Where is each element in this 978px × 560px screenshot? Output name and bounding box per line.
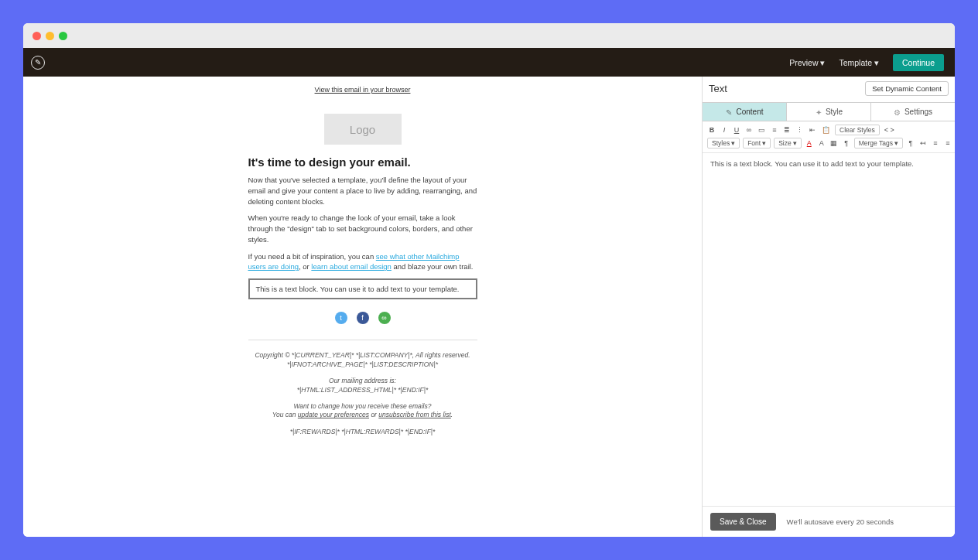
- social-row: t f ∞: [248, 312, 477, 324]
- unsubscribe-link[interactable]: unsubscribe from this list: [378, 411, 451, 418]
- font-dropdown[interactable]: Font ▾: [743, 138, 771, 149]
- link-button[interactable]: ∞: [744, 125, 754, 135]
- paste-button[interactable]: 📋: [820, 125, 832, 135]
- email-card: Logo It's time to design your email. Now…: [131, 101, 595, 467]
- italic-button[interactable]: I: [720, 125, 729, 135]
- footer-divider: [248, 340, 477, 340]
- tab-settings[interactable]: ⚙ Settings: [871, 103, 955, 121]
- background-color-button[interactable]: A: [817, 138, 826, 149]
- preview-label: Preview: [789, 58, 818, 67]
- align-left-button[interactable]: ≡: [931, 138, 940, 149]
- ordered-list-button[interactable]: ≣: [782, 125, 792, 135]
- email-headline[interactable]: It's time to design your email.: [248, 155, 477, 169]
- footer-rewards: *|IF:REWARDS|* *|HTML:REWARDS|* *|END:IF…: [290, 428, 436, 435]
- save-close-button[interactable]: Save & Close: [710, 513, 776, 531]
- footer-or: or: [369, 411, 378, 418]
- tab-style-label: Style: [826, 108, 843, 116]
- twitter-icon[interactable]: t: [335, 312, 347, 324]
- bold-button[interactable]: B: [707, 125, 716, 135]
- text-direction-button[interactable]: ¶: [842, 138, 851, 149]
- email-paragraph-2[interactable]: When you're ready to change the look of …: [248, 213, 477, 244]
- footer-addr-value: *|HTML:LIST_ADDRESS_HTML|* *|END:IF|*: [297, 386, 428, 394]
- minimize-window-icon[interactable]: [46, 32, 54, 40]
- tab-content-label: Content: [736, 108, 763, 116]
- link-icon[interactable]: ∞: [378, 312, 391, 324]
- pilcrow-button[interactable]: ¶: [906, 138, 915, 149]
- font-label: Font: [747, 139, 761, 147]
- mailchimp-logo-icon[interactable]: ✎: [31, 56, 45, 70]
- indent-button[interactable]: ⇤: [808, 125, 817, 135]
- footer-addr-label: Our mailing address is:: [329, 377, 396, 384]
- chevron-down-icon: ▾: [874, 58, 879, 67]
- merge-tags-dropdown[interactable]: Merge Tags ▾: [854, 138, 903, 149]
- browser-window: ✎ Preview ▾ Template ▾ Continue View thi…: [23, 23, 955, 537]
- outdent-button[interactable]: ↤: [918, 138, 928, 149]
- footer-archive: *|IFNOT:ARCHIVE_PAGE|* *|LIST:DESCRIPTIO…: [287, 360, 438, 368]
- tab-settings-label: Settings: [904, 108, 932, 116]
- email-footer[interactable]: Copyright © *|CURRENT_YEAR|* *|LIST:COMP…: [248, 351, 477, 436]
- window-titlebar: [23, 23, 955, 48]
- size-label: Size: [778, 139, 792, 147]
- footer-can: You can: [272, 411, 298, 418]
- size-dropdown[interactable]: Size ▾: [774, 138, 802, 149]
- tab-style[interactable]: ✦ Style: [787, 103, 871, 121]
- styles-label: Styles: [712, 139, 730, 147]
- tab-content[interactable]: ✎ Content: [703, 103, 787, 121]
- maximize-window-icon[interactable]: [59, 32, 67, 40]
- p3-text: , or: [299, 262, 311, 271]
- email-canvas[interactable]: View this email in your browser Logo It'…: [23, 77, 703, 537]
- styles-dropdown[interactable]: Styles ▾: [707, 138, 740, 149]
- view-in-browser-link[interactable]: View this email in your browser: [131, 86, 595, 94]
- footer-copyright: Copyright © *|CURRENT_YEAR|* *|LIST:COMP…: [255, 351, 470, 359]
- workspace: View this email in your browser Logo It'…: [23, 77, 955, 537]
- footer-period: .: [451, 411, 453, 418]
- paintbrush-icon: ✦: [815, 108, 822, 116]
- set-dynamic-content-button[interactable]: Set Dynamic Content: [865, 81, 949, 96]
- panel-title: Text: [709, 83, 727, 94]
- preview-menu[interactable]: Preview ▾: [789, 58, 825, 67]
- rich-text-toolbar: B I U ∞ ▭ ≡ ≣ ⋮ ⇤ 📋 Clear Styles < > Sty…: [703, 121, 955, 153]
- template-menu[interactable]: Template ▾: [839, 58, 879, 67]
- email-paragraph-1[interactable]: Now that you've selected a template, you…: [248, 175, 477, 207]
- underline-button[interactable]: U: [732, 125, 741, 135]
- pencil-icon: ✎: [725, 108, 733, 116]
- facebook-icon[interactable]: f: [357, 312, 369, 324]
- gear-icon: ⚙: [894, 108, 901, 116]
- clear-styles-button[interactable]: Clear Styles: [835, 125, 880, 135]
- merge-label: Merge Tags: [859, 139, 893, 147]
- panel-tabs: ✎ Content ✦ Style ⚙ Settings: [703, 102, 955, 121]
- p3-text: and blaze your own trail.: [392, 262, 474, 271]
- align-center-button[interactable]: ≡: [943, 138, 952, 149]
- autosave-notice: We'll autosave every 20 seconds: [787, 517, 894, 526]
- continue-button[interactable]: Continue: [893, 54, 944, 71]
- editor-panel: Text Set Dynamic Content ✎ Content ✦ Sty…: [703, 77, 955, 537]
- font-color-button[interactable]: A: [805, 138, 814, 149]
- footer-want: Want to change how you receive these ema…: [294, 402, 432, 410]
- email-design-link[interactable]: learn about email design: [311, 262, 392, 271]
- update-preferences-link[interactable]: update your preferences: [298, 411, 369, 418]
- unordered-list-button[interactable]: ⋮: [795, 125, 805, 135]
- source-code-button[interactable]: < >: [883, 125, 896, 135]
- text-editor[interactable]: This is a text block. You can use it to …: [703, 153, 955, 506]
- close-window-icon[interactable]: [32, 32, 41, 40]
- p3-text: If you need a bit of inspiration, you ca…: [248, 252, 376, 261]
- app-topbar: ✎ Preview ▾ Template ▾ Continue: [23, 48, 955, 77]
- logo-placeholder[interactable]: Logo: [324, 114, 402, 145]
- email-paragraph-3[interactable]: If you need a bit of inspiration, you ca…: [248, 251, 477, 273]
- template-label: Template: [839, 58, 872, 67]
- image-button[interactable]: ▭: [757, 125, 767, 135]
- panel-footer: Save & Close We'll autosave every 20 sec…: [703, 506, 955, 537]
- selected-text-block[interactable]: This is a text block. You can use it to …: [248, 278, 477, 299]
- chevron-down-icon: ▾: [820, 58, 825, 67]
- table-button[interactable]: ▦: [829, 138, 839, 149]
- align-button[interactable]: ≡: [770, 125, 779, 135]
